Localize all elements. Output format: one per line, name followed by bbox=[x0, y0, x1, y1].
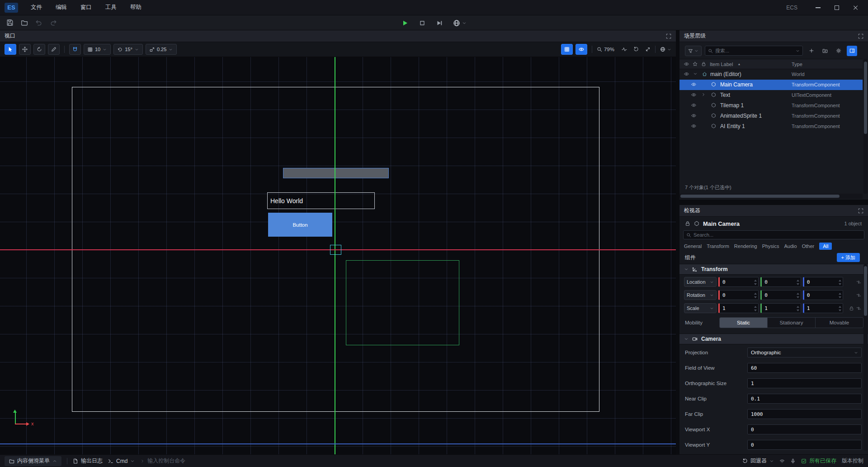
hierarchy-settings-button[interactable] bbox=[833, 46, 844, 56]
star-column-icon[interactable] bbox=[693, 62, 698, 67]
scrollbar-thumb[interactable] bbox=[864, 266, 867, 316]
gizmo-visibility-button[interactable] bbox=[576, 44, 587, 55]
visibility-eye-icon[interactable] bbox=[691, 103, 696, 108]
rotation-x-input[interactable] bbox=[720, 292, 758, 298]
inspector-expand-icon[interactable] bbox=[858, 208, 863, 214]
tab-transform[interactable]: Transform bbox=[707, 243, 729, 249]
content-drawer-button[interactable]: 内容侧滑菜单 bbox=[5, 456, 61, 466]
scale-mode-dropdown[interactable]: Scale bbox=[684, 303, 717, 313]
viewport-expand-icon[interactable] bbox=[666, 33, 671, 39]
menu-help[interactable]: 帮助 bbox=[124, 1, 148, 14]
scale-z-input[interactable] bbox=[804, 305, 843, 311]
hierarchy-row-tilemap[interactable]: Tilemap 1 TransformComponent bbox=[679, 100, 863, 111]
menu-edit[interactable]: 编辑 bbox=[49, 1, 73, 14]
field-of-view-input[interactable] bbox=[747, 363, 862, 373]
microphone-icon[interactable] bbox=[790, 458, 796, 464]
scale-x-input[interactable] bbox=[720, 305, 758, 311]
scale-y-input[interactable] bbox=[762, 305, 800, 311]
location-z-input[interactable] bbox=[804, 279, 843, 285]
chevron-down-icon[interactable] bbox=[693, 71, 698, 76]
close-button[interactable] bbox=[848, 2, 863, 14]
near-clip-input[interactable] bbox=[747, 394, 862, 404]
menu-file[interactable]: 文件 bbox=[24, 1, 48, 14]
hierarchy-search[interactable] bbox=[705, 46, 803, 56]
spinner-icon[interactable] bbox=[796, 279, 800, 286]
hierarchy-search-input[interactable] bbox=[715, 48, 793, 53]
open-folder-icon[interactable] bbox=[21, 19, 28, 26]
camera-section-header[interactable]: Camera bbox=[679, 334, 868, 344]
network-wifi-icon[interactable] bbox=[779, 458, 785, 464]
cmd-dropdown[interactable]: Cmd bbox=[108, 458, 135, 464]
fullscreen-icon[interactable] bbox=[645, 47, 651, 52]
version-control-button[interactable]: 版本控制 bbox=[842, 457, 863, 465]
viewport-canvas[interactable]: Hello World Button x bbox=[0, 57, 676, 454]
visibility-eye-icon[interactable] bbox=[684, 71, 689, 76]
scene-text-element[interactable]: Hello World bbox=[267, 192, 375, 209]
play-button[interactable] bbox=[401, 19, 409, 27]
location-y-input[interactable] bbox=[762, 279, 800, 285]
orthographic-size-input[interactable] bbox=[747, 378, 862, 388]
mobility-stationary-option[interactable]: Stationary bbox=[768, 318, 816, 328]
hierarchy-row-animatedsprite[interactable]: AnimatedSprite 1 TransformComponent bbox=[679, 111, 863, 121]
inspector-search[interactable] bbox=[683, 230, 864, 239]
viewport-world-dropdown[interactable] bbox=[660, 47, 671, 52]
projection-select[interactable]: Orthographic bbox=[747, 348, 862, 357]
save-icon[interactable] bbox=[6, 19, 14, 26]
tab-rendering[interactable]: Rendering bbox=[734, 243, 757, 249]
filter-dropdown[interactable] bbox=[685, 46, 702, 56]
zoom-control[interactable]: 79% bbox=[597, 47, 614, 52]
origin-selection-handle[interactable] bbox=[330, 245, 341, 255]
stop-button[interactable] bbox=[419, 19, 426, 27]
scene-gray-bar[interactable] bbox=[283, 168, 389, 178]
viewport-y-input[interactable] bbox=[747, 440, 862, 450]
rotation-z-input[interactable] bbox=[804, 292, 843, 298]
tab-audio[interactable]: Audio bbox=[784, 243, 797, 249]
spinner-icon[interactable] bbox=[796, 292, 800, 299]
scrollbar-thumb[interactable] bbox=[864, 62, 867, 134]
visibility-eye-icon[interactable] bbox=[691, 113, 696, 118]
spinner-icon[interactable] bbox=[754, 279, 757, 286]
spinner-icon[interactable] bbox=[754, 292, 757, 299]
snap-toggle-button[interactable] bbox=[69, 44, 81, 55]
far-clip-input[interactable] bbox=[747, 409, 862, 419]
location-mode-dropdown[interactable]: Location bbox=[684, 277, 717, 287]
select-tool-button[interactable] bbox=[5, 44, 16, 55]
add-entity-button[interactable] bbox=[806, 46, 816, 56]
visibility-eye-icon[interactable] bbox=[691, 82, 696, 87]
grid-snap-dropdown[interactable]: 10 bbox=[84, 44, 111, 55]
move-tool-button[interactable] bbox=[19, 44, 31, 55]
menu-tools[interactable]: 工具 bbox=[99, 1, 123, 14]
rotate-tool-button[interactable] bbox=[33, 44, 45, 55]
tab-physics[interactable]: Physics bbox=[762, 243, 779, 249]
spinner-icon[interactable] bbox=[838, 292, 842, 299]
redo-icon[interactable] bbox=[50, 19, 57, 26]
spinner-icon[interactable] bbox=[838, 279, 842, 286]
rotation-snap-dropdown[interactable]: 15° bbox=[113, 44, 143, 55]
run-target-dropdown[interactable] bbox=[453, 19, 467, 27]
rotation-mode-dropdown[interactable]: Rotation bbox=[684, 290, 717, 300]
save-status[interactable]: 所有已保存 bbox=[801, 457, 836, 465]
reset-link-icon[interactable] bbox=[856, 293, 861, 298]
eye-column-icon[interactable] bbox=[684, 62, 689, 67]
edit-tool-button[interactable] bbox=[48, 44, 60, 55]
lock-icon[interactable] bbox=[685, 221, 690, 226]
minimize-button[interactable] bbox=[810, 2, 826, 14]
add-component-button[interactable]: + 添加 bbox=[837, 253, 860, 262]
spinner-icon[interactable] bbox=[838, 305, 842, 312]
hierarchy-row-text[interactable]: Text UITextComponent bbox=[679, 90, 863, 100]
scale-snap-dropdown[interactable]: 0.25 bbox=[146, 44, 177, 55]
uniform-scale-lock-icon[interactable] bbox=[849, 306, 854, 311]
menu-window[interactable]: 窗口 bbox=[74, 1, 98, 14]
hierarchy-vertical-scrollbar[interactable] bbox=[863, 59, 868, 194]
inspector-search-input[interactable] bbox=[693, 232, 861, 238]
location-x-input[interactable] bbox=[720, 279, 758, 285]
lock-column-icon[interactable] bbox=[701, 62, 706, 67]
mobility-static-option[interactable]: Static bbox=[720, 318, 768, 328]
hierarchy-row-main-camera[interactable]: Main Camera TransformComponent bbox=[679, 80, 863, 90]
column-item-label[interactable]: Item Label bbox=[710, 62, 733, 67]
visibility-eye-icon[interactable] bbox=[691, 92, 696, 97]
reset-link-icon[interactable] bbox=[856, 306, 861, 311]
grid-visibility-button[interactable] bbox=[561, 44, 573, 55]
mobility-movable-option[interactable]: Movable bbox=[816, 318, 863, 328]
scene-ui-button[interactable]: Button bbox=[268, 213, 332, 237]
